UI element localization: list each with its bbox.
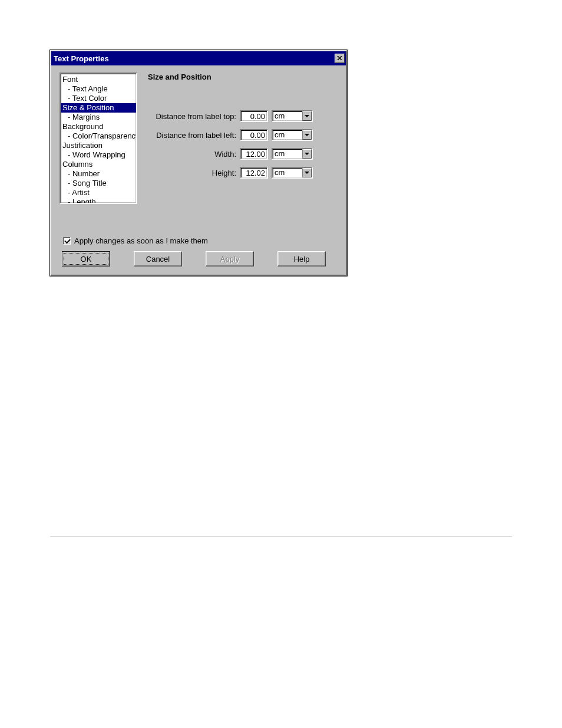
field-label: Distance from label left: bbox=[148, 131, 240, 140]
unit-select[interactable]: cm bbox=[272, 167, 313, 179]
value-input[interactable] bbox=[240, 167, 268, 179]
tree-item[interactable]: - Number bbox=[61, 169, 136, 179]
field-label: Height: bbox=[148, 169, 240, 177]
tree-item[interactable]: - Song Title bbox=[61, 179, 136, 188]
apply-immediately-row: Apply changes as soon as I make them bbox=[51, 233, 346, 251]
right-panel: Size and Position Distance from label to… bbox=[148, 73, 338, 226]
panel-heading: Size and Position bbox=[148, 73, 338, 81]
category-tree[interactable]: Font- Text Angle- Text ColorSize & Posit… bbox=[59, 73, 137, 204]
field-row: Height:cm bbox=[148, 166, 338, 179]
unit-select[interactable]: cm bbox=[272, 110, 313, 122]
apply-immediately-checkbox[interactable] bbox=[63, 237, 71, 245]
tree-item[interactable]: Columns bbox=[61, 160, 136, 169]
chevron-down-icon bbox=[302, 111, 312, 121]
unit-select[interactable]: cm bbox=[272, 148, 313, 160]
tree-item[interactable]: - Margins bbox=[61, 113, 136, 122]
button-row: OK Cancel Apply Help bbox=[51, 251, 346, 275]
tree-item[interactable]: Background bbox=[61, 122, 136, 131]
field-row: Width:cm bbox=[148, 147, 338, 160]
chevron-down-icon bbox=[302, 168, 312, 177]
chevron-down-icon bbox=[302, 149, 312, 159]
unit-value: cm bbox=[273, 111, 302, 121]
tree-item[interactable]: - Length bbox=[61, 197, 136, 204]
page-divider bbox=[50, 536, 512, 537]
apply-button: Apply bbox=[206, 251, 254, 266]
tree-item[interactable]: Size & Position bbox=[61, 103, 136, 113]
text-properties-dialog: Text Properties Font- Text Angle- Text C… bbox=[50, 50, 347, 276]
titlebar: Text Properties bbox=[51, 51, 346, 65]
unit-select[interactable]: cm bbox=[272, 129, 313, 141]
field-row: Distance from label top:cm bbox=[148, 110, 338, 123]
tree-item[interactable]: - Artist bbox=[61, 188, 136, 197]
cancel-button[interactable]: Cancel bbox=[134, 251, 182, 266]
tree-item[interactable]: - Text Angle bbox=[61, 84, 136, 94]
value-input[interactable] bbox=[240, 148, 268, 160]
value-input[interactable] bbox=[240, 129, 268, 141]
tree-item[interactable]: Font bbox=[61, 75, 136, 84]
tree-item[interactable]: Justification bbox=[61, 141, 136, 150]
help-button[interactable]: Help bbox=[277, 251, 326, 266]
unit-value: cm bbox=[273, 168, 302, 177]
close-button[interactable] bbox=[335, 54, 345, 63]
field-label: Distance from label top: bbox=[148, 112, 240, 121]
tree-item[interactable]: - Color/Transparency bbox=[61, 131, 136, 141]
close-icon bbox=[337, 56, 342, 61]
tree-item[interactable]: - Word Wrapping bbox=[61, 150, 136, 160]
ok-button[interactable]: OK bbox=[62, 251, 110, 266]
value-input[interactable] bbox=[240, 110, 268, 122]
chevron-down-icon bbox=[302, 130, 312, 140]
apply-immediately-label: Apply changes as soon as I make them bbox=[74, 236, 208, 245]
unit-value: cm bbox=[273, 130, 302, 140]
tree-item[interactable]: - Text Color bbox=[61, 94, 136, 103]
dialog-title: Text Properties bbox=[54, 54, 109, 63]
unit-value: cm bbox=[273, 149, 302, 159]
field-row: Distance from label left:cm bbox=[148, 129, 338, 141]
field-label: Width: bbox=[148, 150, 240, 159]
